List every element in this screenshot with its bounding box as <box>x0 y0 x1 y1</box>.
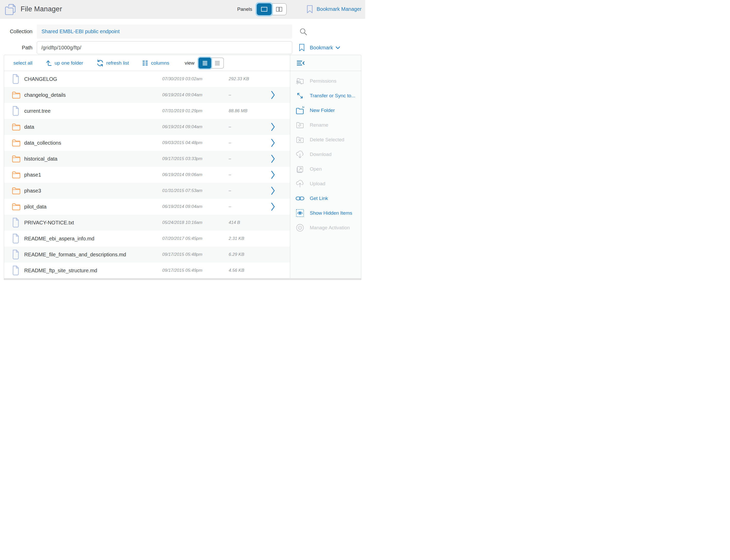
file-size: 292.33 KB <box>229 76 271 82</box>
columns-label: columns <box>151 60 169 66</box>
chevron-right-icon[interactable] <box>271 91 282 99</box>
view-label: view <box>185 60 194 66</box>
bookmark-label: Bookmark <box>310 45 333 51</box>
sidebar-item-show-hidden-items[interactable]: Show Hidden Items <box>290 206 361 220</box>
sidebar-item-label: Show Hidden Items <box>310 210 352 216</box>
file-browser-panel: select all up one folder refresh list co… <box>4 55 361 280</box>
file-modified-date: 06/19/2014 09:04am <box>162 204 229 209</box>
chevron-right-icon[interactable] <box>271 138 282 147</box>
up-one-folder-button[interactable]: up one folder <box>46 60 83 66</box>
app-header: File Manager Panels Bookmark Manager <box>0 0 365 19</box>
chevron-right-icon[interactable] <box>271 202 282 211</box>
list-toolbar: select all up one folder refresh list co… <box>4 55 290 71</box>
panels-toggle <box>257 3 286 15</box>
dual-panel-button[interactable] <box>272 3 286 15</box>
file-list-pane: select all up one folder refresh list co… <box>4 55 290 280</box>
permissions-icon <box>295 77 304 85</box>
chevron-right-icon[interactable] <box>271 154 282 163</box>
chevron-right-icon[interactable] <box>271 186 282 195</box>
file-name: PRIVACY-NOTICE.txt <box>24 220 162 226</box>
file-size: 2.31 KB <box>229 236 271 241</box>
table-row[interactable]: phase1 06/19/2014 09:06am – <box>4 167 290 183</box>
sidebar-item-rename: Rename <box>290 118 361 132</box>
collapse-sidebar-icon[interactable] <box>296 60 305 66</box>
path-input[interactable]: /gridftp/1000g/ftp/ <box>37 41 292 54</box>
sidebar-item-transfer-or-sync[interactable]: Transfer or Sync to... <box>290 88 361 103</box>
file-size: – <box>229 140 271 145</box>
folder-icon <box>12 155 24 163</box>
table-row[interactable]: data 06/19/2014 09:04am – <box>4 119 290 135</box>
sidebar-item-new-folder[interactable]: New Folder <box>290 103 361 118</box>
file-size: 4.56 KB <box>229 268 271 273</box>
file-name: data <box>24 124 162 130</box>
condensed-view-button[interactable] <box>211 58 224 68</box>
file-modified-date: 07/30/2019 03:02am <box>162 76 229 82</box>
actions-sidebar: Permissions Transfer or Sync to... New F… <box>290 55 361 280</box>
file-name: phase1 <box>24 172 162 178</box>
open-icon <box>295 165 304 173</box>
refresh-list-label: refresh list <box>106 60 129 66</box>
table-row[interactable]: changelog_details 06/19/2014 09:04am – <box>4 87 290 103</box>
file-name: changelog_details <box>24 92 162 98</box>
file-name: phase3 <box>24 188 162 194</box>
select-all-button[interactable]: select all <box>13 60 32 66</box>
file-manager-icon <box>5 4 16 15</box>
delete-icon <box>295 136 304 144</box>
sidebar-item-upload: Upload <box>290 176 361 191</box>
file-name: CHANGELOG <box>24 76 162 82</box>
sidebar-item-download: Download <box>290 147 361 162</box>
folder-icon <box>12 203 24 211</box>
file-name: pilot_data <box>24 204 162 210</box>
table-row[interactable]: historical_data 09/17/2015 03:33pm – <box>4 151 290 167</box>
bookmark-dropdown[interactable]: Bookmark <box>299 44 340 51</box>
sidebar-item-label: Delete Selected <box>310 137 344 143</box>
refresh-icon <box>97 59 104 67</box>
file-size: 414 B <box>229 220 271 225</box>
rename-icon <box>295 121 304 129</box>
columns-button[interactable]: columns <box>142 60 169 66</box>
sidebar-item-get-link[interactable]: Get Link <box>290 191 361 206</box>
chevron-right-icon[interactable] <box>271 170 282 179</box>
file-size: – <box>229 188 271 193</box>
file-size: 6.29 KB <box>229 252 271 257</box>
sidebar-item-label: Get Link <box>310 196 328 201</box>
file-name: current.tree <box>24 108 162 114</box>
panel-bottom-scrollbar[interactable] <box>4 278 361 280</box>
file-modified-date: 07/31/2019 01:29pm <box>162 108 229 113</box>
power-icon <box>295 224 304 232</box>
panels-label: Panels <box>237 6 252 12</box>
table-row[interactable]: README_file_formats_and_descriptions.md … <box>4 247 290 263</box>
table-row[interactable]: CHANGELOG 07/30/2019 03:02am 292.33 KB <box>4 71 290 87</box>
table-row[interactable]: README_ftp_site_structure.md 09/17/2015 … <box>4 263 290 278</box>
chevron-right-icon[interactable] <box>271 123 282 131</box>
path-label: Path <box>0 45 32 51</box>
file-name: historical_data <box>24 156 162 162</box>
single-panel-button[interactable] <box>257 3 272 15</box>
table-row[interactable]: current.tree 07/31/2019 01:29pm 88.86 MB <box>4 103 290 119</box>
file-name: README_file_formats_and_descriptions.md <box>24 252 162 258</box>
list-view-button[interactable] <box>198 58 211 68</box>
table-row[interactable]: phase3 01/31/2015 07:53am – <box>4 183 290 199</box>
folder-icon <box>12 171 24 179</box>
path-value: /gridftp/1000g/ftp/ <box>41 45 81 51</box>
eye-icon <box>295 209 304 217</box>
table-row[interactable]: PRIVACY-NOTICE.txt 05/24/2018 10:16am 41… <box>4 215 290 231</box>
up-arrow-icon <box>46 60 52 66</box>
table-row[interactable]: data_collections 09/03/2015 04:48pm – <box>4 135 290 151</box>
columns-icon <box>142 60 148 66</box>
table-row[interactable]: pilot_data 06/19/2014 09:04am – <box>4 199 290 215</box>
search-icon[interactable] <box>299 28 307 36</box>
bookmark-manager-link[interactable]: Bookmark Manager <box>307 5 361 13</box>
file-size: 88.86 MB <box>229 108 271 113</box>
file-icon <box>12 218 24 227</box>
refresh-list-button[interactable]: refresh list <box>97 59 129 67</box>
collection-value: Shared EMBL-EBI public endpoint <box>41 29 120 34</box>
file-name: data_collections <box>24 140 162 146</box>
collection-field[interactable]: Shared EMBL-EBI public endpoint <box>37 24 292 39</box>
table-row[interactable]: README_ebi_aspera_info.md 07/20/2017 05:… <box>4 231 290 247</box>
file-icon <box>12 266 24 275</box>
file-size: – <box>229 124 271 129</box>
sidebar-item-permissions: Permissions <box>290 74 361 88</box>
link-icon <box>295 195 304 202</box>
chevron-down-icon <box>335 46 340 49</box>
